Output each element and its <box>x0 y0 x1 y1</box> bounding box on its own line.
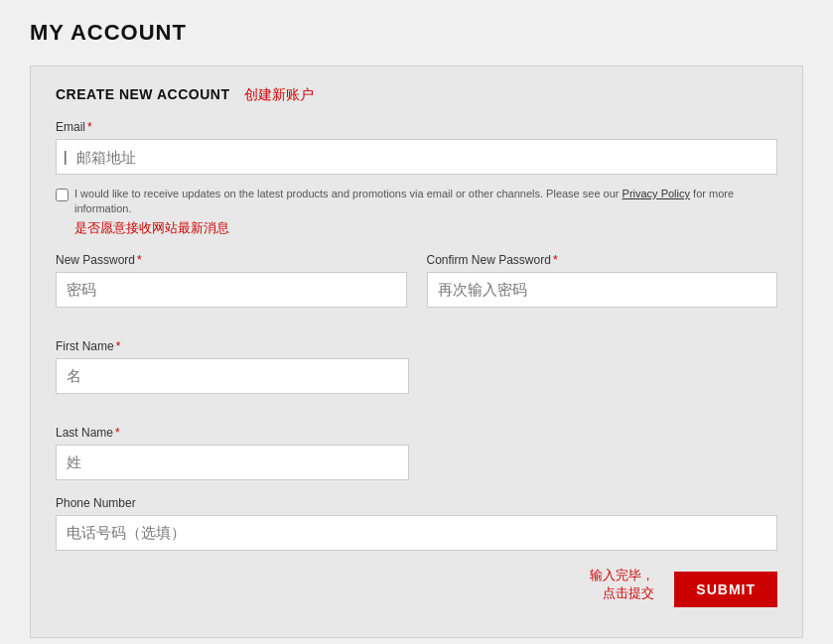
new-password-label: New Password* <box>56 253 407 267</box>
submit-button[interactable]: SUBMIT <box>674 572 777 607</box>
cursor-icon: | <box>64 149 68 165</box>
section-title: CREATE NEW ACCOUNT 创建新账户 <box>56 86 777 104</box>
first-name-input[interactable] <box>56 358 409 394</box>
first-name-field-wrapper <box>56 358 409 394</box>
last-name-field-wrapper <box>56 445 409 480</box>
submit-area: 输入完毕， 点击提交 SUBMIT <box>56 567 777 612</box>
create-account-card: CREATE NEW ACCOUNT 创建新账户 Email* | I woul… <box>30 65 803 638</box>
newsletter-checkbox-row: I would like to receive updates on the l… <box>56 187 777 237</box>
page-container: MY ACCOUNT CREATE NEW ACCOUNT 创建新账户 Emai… <box>0 0 833 644</box>
new-password-input[interactable] <box>56 272 407 308</box>
newsletter-checkbox[interactable] <box>56 189 69 201</box>
hint-text: 输入完毕， 点击提交 <box>590 567 654 602</box>
confirm-password-col: Confirm New Password* <box>427 253 778 308</box>
last-name-label: Last Name* <box>56 426 777 440</box>
privacy-policy-link[interactable]: Privacy Policy <box>623 188 690 199</box>
checkbox-chinese-text: 是否愿意接收网站最新消息 <box>74 219 777 237</box>
email-row: Email* | <box>56 120 777 175</box>
section-title-chinese: 创建新账户 <box>244 86 314 102</box>
password-row: New Password* Confirm New Password* <box>56 253 777 308</box>
confirm-password-label: Confirm New Password* <box>427 253 778 267</box>
phone-label: Phone Number <box>56 496 777 510</box>
last-name-input[interactable] <box>56 445 409 480</box>
page-title: MY ACCOUNT <box>30 20 803 46</box>
new-password-col: New Password* <box>56 253 407 308</box>
email-input-wrapper: | <box>56 139 777 175</box>
confirm-password-input[interactable] <box>427 272 778 308</box>
first-name-label: First Name* <box>56 339 777 353</box>
checkbox-label-text: I would like to receive updates on the l… <box>74 187 777 237</box>
first-name-row: First Name* <box>56 339 777 394</box>
email-label: Email* <box>56 120 777 134</box>
email-input[interactable] <box>56 139 777 175</box>
last-name-row: Last Name* <box>56 426 777 480</box>
phone-row: Phone Number <box>56 496 777 551</box>
phone-input[interactable] <box>56 515 777 551</box>
